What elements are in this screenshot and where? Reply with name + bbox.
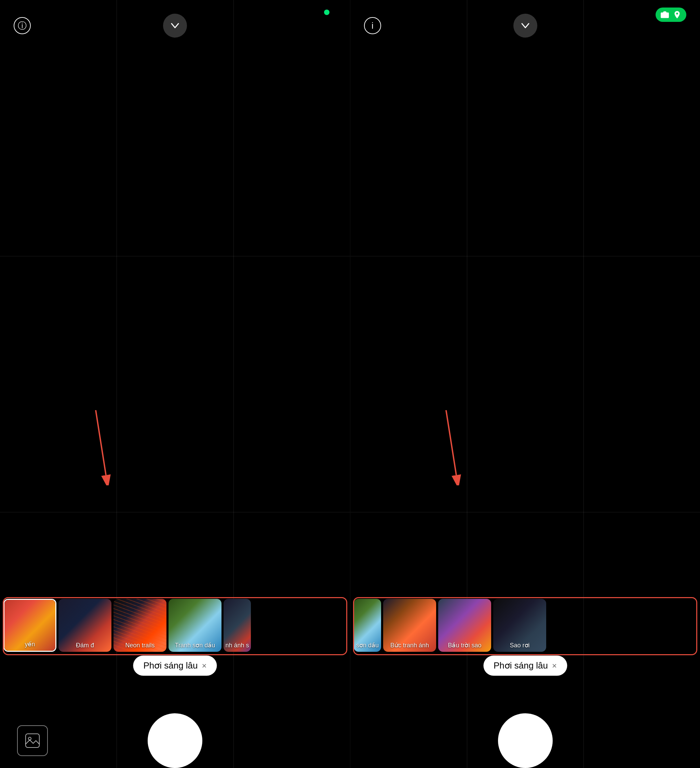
gallery-icon [24,733,41,749]
chevron-button-left[interactable] [163,14,187,38]
top-bar-left: ⓘ [0,14,350,38]
filter-label-sao-roi: Sao rơi [493,642,546,649]
mode-badge-left[interactable]: Phơi sáng lâu × [133,656,217,676]
gallery-button-left[interactable] [17,725,48,756]
filter-label-neon: Neon trails [114,642,167,649]
chevron-button-right[interactable] [513,14,537,38]
mode-badge-text-right: Phơi sáng lâu [493,660,548,671]
red-arrow-left [89,410,116,487]
filter-strip-wrapper-right: sơn dầu Bức tranh ánh Bầu trời sao Sao r… [350,599,700,652]
filter-item-damd[interactable]: Đám đ [58,599,111,652]
filter-label-bau-troi: Bầu trời sao [438,642,491,649]
filter-item-yen[interactable]: yến [3,599,56,652]
filter-item-neon[interactable]: Neon trails [114,599,167,652]
filter-label-damd: Đám đ [58,642,111,649]
filter-strip-right: sơn dầu Bức tranh ánh Bầu trời sao Sao r… [354,599,697,652]
info-button-left[interactable]: ⓘ [14,17,31,34]
filter-item-sao-roi[interactable]: Sao rơi [493,599,546,652]
filter-label-yen: yến [5,640,55,648]
camera-grid-right [350,0,700,768]
right-panel: i sơn dầu [350,0,700,768]
top-bar-right: i [350,14,700,38]
chevron-down-icon [170,20,181,31]
shutter-button-left[interactable] [147,713,202,768]
info-button-right[interactable]: i [364,17,381,34]
filter-strip-left: yến Đám đ Neon trails Tranh sơn dầu nh á… [3,599,347,652]
filter-label-anh-s: nh ánh s [224,642,251,649]
mode-badge-right[interactable]: Phơi sáng lâu × [483,656,567,676]
filter-item-buc-tranh[interactable]: Bức tranh ánh [383,599,436,652]
svg-rect-2 [26,734,39,747]
filter-item-bau-troi[interactable]: Bầu trời sao [438,599,491,652]
svg-line-7 [446,410,456,475]
filter-item-anh-s[interactable]: nh ánh s [224,599,251,652]
mode-badge-text-left: Phơi sáng lâu [143,660,197,671]
filter-item-tranh-son[interactable]: Tranh sơn dầu [168,599,221,652]
chevron-down-icon-right [520,20,531,31]
filter-label-buc-tranh: Bức tranh ánh [383,642,436,649]
filter-label-tranh-son: Tranh sơn dầu [168,642,221,649]
filter-label-son-dau-partial: sơn dầu [354,642,381,649]
filter-strip-wrapper-left: yến Đám đ Neon trails Tranh sơn dầu nh á… [0,599,350,652]
filter-item-son-dau-partial[interactable]: sơn dầu [354,599,381,652]
camera-grid [0,0,350,768]
left-panel: ⓘ yến [0,0,350,768]
shutter-button-right[interactable] [498,713,553,768]
mode-badge-close-right[interactable]: × [552,661,557,670]
red-arrow-right [439,410,466,487]
svg-line-1 [96,410,106,475]
mode-badge-close-left[interactable]: × [202,661,207,670]
